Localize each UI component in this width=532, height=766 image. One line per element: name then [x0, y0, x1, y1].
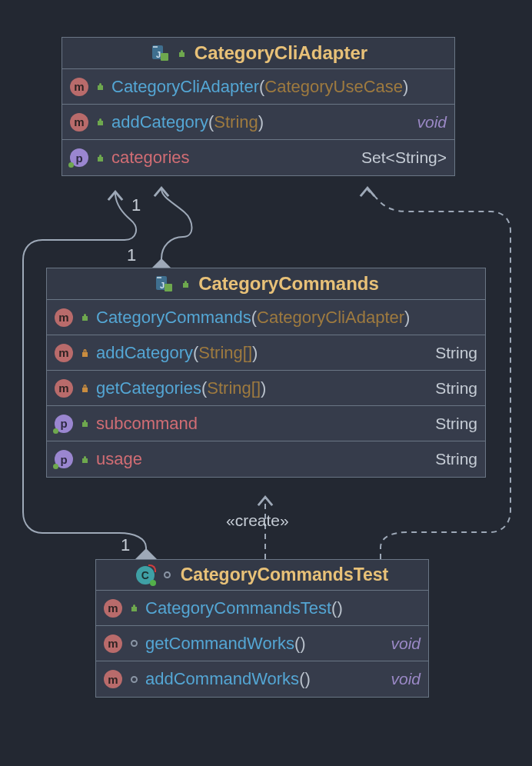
- member-row: addCategory(String)void: [62, 105, 454, 140]
- method-icon: [104, 634, 122, 653]
- param-type: CategoryUseCase: [264, 77, 403, 97]
- member-name: addCommandWorks: [145, 669, 299, 689]
- member-signature: usage: [96, 449, 429, 469]
- class-category-cli-adapter: J CategoryCliAdapter CategoryCliAdapter(…: [62, 37, 455, 176]
- member-row: CategoryCommands(CategoryCliAdapter): [47, 300, 485, 335]
- member-row: getCommandWorks()void: [96, 626, 428, 661]
- paren: ): [261, 378, 266, 398]
- member-name: subcommand: [96, 414, 198, 434]
- class-header: J CategoryCommands: [47, 268, 485, 300]
- member-name: addCategory: [111, 112, 208, 132]
- java-class-icon: J: [153, 275, 173, 293]
- return-type: String: [435, 379, 477, 398]
- class-title: CategoryCommandsTest: [181, 565, 389, 585]
- paren: (: [251, 308, 257, 328]
- test-class-icon: [136, 566, 155, 584]
- return-type: void: [391, 634, 421, 653]
- class-category-commands: J CategoryCommands CategoryCommands(Cate…: [46, 268, 486, 478]
- member-name: CategoryCliAdapter: [111, 77, 259, 97]
- paren: (: [299, 669, 304, 689]
- class-header: J CategoryCliAdapter: [62, 38, 454, 69]
- method-icon: [104, 670, 122, 688]
- paren: ): [300, 634, 305, 654]
- public-indicator-icon: [181, 279, 191, 289]
- member-signature: addCategory(String[]): [96, 343, 429, 363]
- package-private-icon: [128, 674, 139, 684]
- paren: (: [193, 343, 198, 363]
- svg-text:J: J: [160, 281, 165, 290]
- param-type: String[]: [198, 343, 252, 363]
- method-icon: [70, 113, 88, 132]
- member-name: getCategories: [96, 378, 201, 398]
- class-category-commands-test: CategoryCommandsTest CategoryCommandsTes…: [95, 559, 429, 698]
- paren: (: [259, 77, 264, 97]
- package-private-icon: [128, 638, 139, 649]
- svg-rect-3: [161, 53, 168, 61]
- member-signature: CategoryCommandsTest(): [145, 598, 414, 618]
- paren: ): [403, 77, 408, 97]
- class-title: CategoryCliAdapter: [195, 42, 367, 64]
- paren: (: [331, 598, 337, 618]
- private-visibility-icon: [79, 383, 90, 394]
- member-row: usageString: [47, 441, 485, 477]
- member-signature: getCommandWorks(): [145, 634, 384, 654]
- method-icon: [70, 78, 88, 96]
- paren: (: [294, 634, 300, 654]
- member-signature: addCommandWorks(): [145, 669, 384, 689]
- member-row: subcommandString: [47, 406, 485, 441]
- class-header: CategoryCommandsTest: [96, 560, 428, 591]
- method-icon: [104, 599, 122, 618]
- class-title: CategoryCommands: [198, 273, 379, 295]
- member-row: getCategories(String[])String: [47, 371, 485, 406]
- member-name: addCategory: [96, 343, 193, 363]
- java-class-icon: J: [149, 44, 169, 62]
- paren: ): [258, 112, 264, 132]
- param-type: CategoryCliAdapter: [257, 308, 404, 328]
- multiplicity-label: 1: [121, 535, 130, 555]
- method-icon: [55, 308, 73, 327]
- public-indicator-icon: [177, 48, 187, 58]
- member-name: getCommandWorks: [145, 634, 294, 654]
- member-signature: getCategories(String[]): [96, 378, 429, 398]
- paren: ): [337, 598, 342, 618]
- svg-rect-5: [157, 277, 161, 278]
- member-name: CategoryCommands: [96, 308, 251, 328]
- public-visibility-icon: [95, 82, 105, 92]
- paren: ): [252, 343, 258, 363]
- return-type: String: [435, 344, 477, 362]
- public-visibility-icon: [79, 454, 90, 465]
- return-type: String: [435, 450, 477, 468]
- member-name: CategoryCommandsTest: [145, 598, 331, 618]
- return-type: void: [391, 670, 421, 688]
- member-signature: CategoryCliAdapter(CategoryUseCase): [111, 77, 441, 97]
- multiplicity-label: 1: [127, 245, 136, 265]
- member-signature: addCategory(String): [111, 112, 411, 132]
- create-stereotype-label: «create»: [226, 511, 289, 530]
- member-row: CategoryCommandsTest(): [96, 591, 428, 626]
- public-visibility-icon: [128, 603, 139, 614]
- public-visibility-icon: [79, 312, 90, 323]
- return-type: Set<String>: [361, 148, 447, 167]
- member-row: addCategory(String[])String: [47, 335, 485, 371]
- multiplicity-label: 1: [131, 195, 141, 215]
- private-visibility-icon: [79, 348, 90, 358]
- public-visibility-icon: [95, 117, 105, 128]
- public-visibility-icon: [79, 418, 90, 429]
- member-row: categoriesSet<String>: [62, 140, 454, 175]
- return-type: void: [417, 113, 447, 132]
- package-private-icon: [162, 570, 173, 581]
- member-name: categories: [111, 148, 190, 168]
- public-visibility-icon: [95, 152, 105, 163]
- property-icon: [55, 450, 73, 468]
- svg-rect-1: [153, 46, 158, 48]
- property-icon: [70, 148, 88, 167]
- svg-rect-7: [165, 284, 172, 291]
- svg-text:J: J: [156, 50, 161, 59]
- paren: ): [404, 308, 410, 328]
- member-signature: CategoryCommands(CategoryCliAdapter): [96, 308, 471, 328]
- member-row: addCommandWorks()void: [96, 661, 428, 697]
- member-name: usage: [96, 449, 142, 469]
- property-icon: [55, 415, 73, 433]
- param-type: String[]: [207, 378, 261, 398]
- member-row: CategoryCliAdapter(CategoryUseCase): [62, 69, 454, 105]
